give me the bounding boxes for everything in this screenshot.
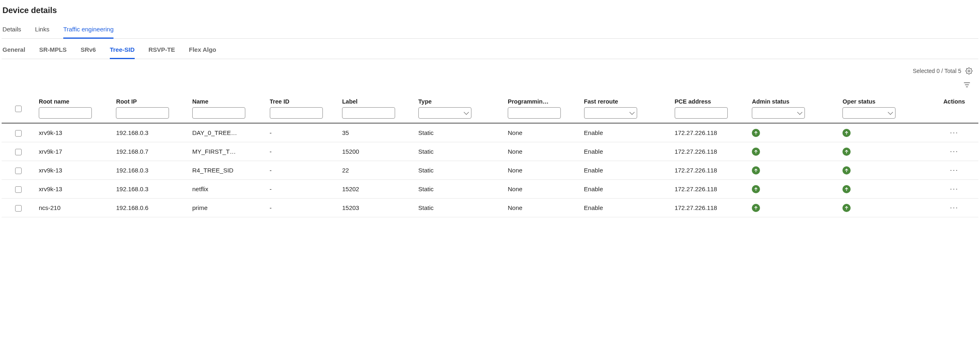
filter-oper-status[interactable] bbox=[842, 107, 896, 119]
svg-point-0 bbox=[968, 70, 970, 72]
filter-root-ip[interactable] bbox=[116, 107, 169, 119]
cell-name: R4_TREE_SID bbox=[189, 161, 267, 180]
cell-name: DAY_0_TREE… bbox=[189, 123, 267, 142]
col-tree-id: Tree ID bbox=[267, 95, 339, 123]
cell-oper-status bbox=[839, 161, 930, 180]
select-all-checkbox[interactable] bbox=[15, 106, 22, 112]
cell-tree-id: - bbox=[267, 123, 339, 142]
col-root-name-label: Root name bbox=[39, 98, 110, 105]
col-actions: Actions bbox=[930, 95, 978, 123]
cell-root-name: xrv9k-13 bbox=[36, 123, 113, 142]
subtab-sr-mpls[interactable]: SR-MPLS bbox=[39, 41, 67, 59]
cell-programming: None bbox=[504, 123, 581, 142]
table-row: xrv9k-13192.168.0.3R4_TREE_SID-22StaticN… bbox=[2, 161, 978, 180]
filter-fast-reroute[interactable] bbox=[584, 107, 637, 119]
table-row: ncs-210192.168.0.6prime-15203StaticNoneE… bbox=[2, 199, 978, 217]
row-checkbox[interactable] bbox=[15, 205, 22, 212]
cell-fast-reroute: Enable bbox=[581, 142, 671, 161]
tab-traffic-engineering[interactable]: Traffic engineering bbox=[63, 22, 113, 39]
row-actions-button[interactable]: ··· bbox=[948, 147, 960, 156]
selection-summary: Selected 0 / Total 5 bbox=[913, 68, 961, 74]
cell-pce: 172.27.226.118 bbox=[671, 142, 749, 161]
col-programming: Programmin… bbox=[504, 95, 581, 123]
cell-type: Static bbox=[415, 199, 504, 217]
col-root-name: Root name bbox=[36, 95, 113, 123]
cell-root-ip: 192.168.0.3 bbox=[113, 161, 189, 180]
subtab-tree-sid[interactable]: Tree-SID bbox=[110, 41, 135, 59]
status-up-icon bbox=[842, 148, 851, 156]
cell-label: 15200 bbox=[339, 142, 415, 161]
tab-details[interactable]: Details bbox=[2, 22, 21, 39]
row-actions-button[interactable]: ··· bbox=[948, 203, 960, 212]
col-programming-label: Programmin… bbox=[508, 98, 578, 105]
col-oper-status-label: Oper status bbox=[842, 98, 927, 105]
cell-name: prime bbox=[189, 199, 267, 217]
cell-oper-status bbox=[839, 123, 930, 142]
page-title: Device details bbox=[2, 6, 978, 15]
primary-tabs: DetailsLinksTraffic engineering bbox=[2, 22, 978, 39]
gear-icon[interactable] bbox=[965, 67, 973, 75]
cell-name: netflix bbox=[189, 180, 267, 199]
filter-pce-address[interactable] bbox=[675, 107, 728, 119]
row-actions-button[interactable]: ··· bbox=[948, 128, 960, 137]
subtab-flex-algo[interactable]: Flex Algo bbox=[189, 41, 216, 59]
subtab-general[interactable]: General bbox=[2, 41, 25, 59]
filter-programming[interactable] bbox=[508, 107, 561, 119]
tab-links[interactable]: Links bbox=[35, 22, 49, 39]
secondary-tabs: GeneralSR-MPLSSRv6Tree-SIDRSVP-TEFlex Al… bbox=[2, 41, 978, 59]
col-admin-status-label: Admin status bbox=[752, 98, 836, 105]
cell-fast-reroute: Enable bbox=[581, 123, 671, 142]
col-label-label: Label bbox=[342, 98, 412, 105]
row-checkbox[interactable] bbox=[15, 168, 22, 174]
filter-admin-status[interactable] bbox=[752, 107, 805, 119]
cell-tree-id: - bbox=[267, 199, 339, 217]
cell-type: Static bbox=[415, 180, 504, 199]
col-type: Type bbox=[415, 95, 504, 123]
row-actions-button[interactable]: ··· bbox=[948, 185, 960, 193]
table-row: xrv9k-13192.168.0.3DAY_0_TREE…-35StaticN… bbox=[2, 123, 978, 142]
table-row: xrv9k-17192.168.0.7MY_FIRST_T…-15200Stat… bbox=[2, 142, 978, 161]
cell-root-ip: 192.168.0.7 bbox=[113, 142, 189, 161]
cell-root-name: xrv9k-17 bbox=[36, 142, 113, 161]
subtab-srv6[interactable]: SRv6 bbox=[80, 41, 96, 59]
col-name: Name bbox=[189, 95, 267, 123]
col-label: Label bbox=[339, 95, 415, 123]
cell-root-ip: 192.168.0.3 bbox=[113, 123, 189, 142]
cell-pce: 172.27.226.118 bbox=[671, 199, 749, 217]
col-tree-id-label: Tree ID bbox=[270, 98, 336, 105]
row-checkbox[interactable] bbox=[15, 186, 22, 193]
cell-root-name: xrv9k-13 bbox=[36, 161, 113, 180]
row-checkbox[interactable] bbox=[15, 130, 22, 137]
col-pce-address: PCE address bbox=[671, 95, 749, 123]
cell-root-ip: 192.168.0.3 bbox=[113, 180, 189, 199]
cell-admin-status bbox=[749, 161, 839, 180]
cell-programming: None bbox=[504, 142, 581, 161]
cell-fast-reroute: Enable bbox=[581, 199, 671, 217]
tree-sid-table: Root name Root IP Name Tree ID Label Typ… bbox=[2, 95, 978, 217]
status-up-icon bbox=[842, 129, 851, 137]
cell-programming: None bbox=[504, 161, 581, 180]
cell-label: 22 bbox=[339, 161, 415, 180]
cell-pce: 172.27.226.118 bbox=[671, 161, 749, 180]
filter-root-name[interactable] bbox=[39, 107, 92, 119]
cell-label: 15203 bbox=[339, 199, 415, 217]
status-up-icon bbox=[752, 129, 760, 137]
filter-tree-id[interactable] bbox=[270, 107, 323, 119]
col-fast-reroute-label: Fast reroute bbox=[584, 98, 668, 105]
filter-label[interactable] bbox=[342, 107, 395, 119]
col-fast-reroute: Fast reroute bbox=[581, 95, 671, 123]
cell-label: 15202 bbox=[339, 180, 415, 199]
cell-programming: None bbox=[504, 180, 581, 199]
filter-type[interactable] bbox=[418, 107, 471, 119]
filter-icon[interactable] bbox=[962, 80, 972, 90]
col-oper-status: Oper status bbox=[839, 95, 930, 123]
row-checkbox[interactable] bbox=[15, 149, 22, 155]
subtab-rsvp-te[interactable]: RSVP-TE bbox=[149, 41, 175, 59]
cell-type: Static bbox=[415, 142, 504, 161]
row-actions-button[interactable]: ··· bbox=[948, 166, 960, 174]
cell-oper-status bbox=[839, 180, 930, 199]
filter-name[interactable] bbox=[192, 107, 245, 119]
cell-oper-status bbox=[839, 142, 930, 161]
cell-fast-reroute: Enable bbox=[581, 161, 671, 180]
cell-type: Static bbox=[415, 161, 504, 180]
